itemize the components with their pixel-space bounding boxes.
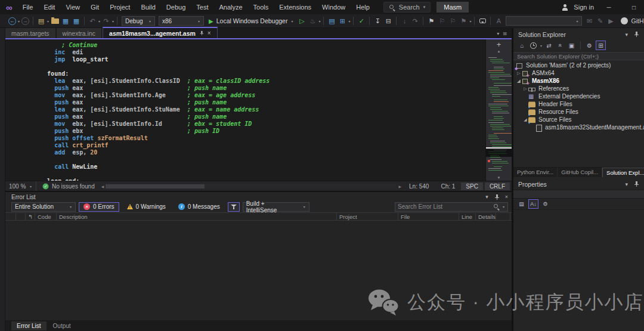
column-header-line[interactable]: Line (459, 213, 476, 220)
pending-changes-filter-icon[interactable] (528, 41, 538, 50)
text-adornment-icon[interactable]: A (494, 16, 503, 26)
edit-icon[interactable]: ✎ (595, 16, 605, 26)
tree-item-resource-files[interactable]: Resource Files (513, 108, 644, 116)
filter-button[interactable] (228, 202, 240, 212)
open-file-icon[interactable] (50, 16, 60, 26)
solution-explorer-sync-icon[interactable]: ▤ (327, 16, 336, 26)
sign-in-button[interactable]: Sign in (574, 4, 594, 11)
issues-label[interactable]: No issues found (52, 183, 95, 190)
tool-tab-solution-expl[interactable]: Solution Expl... (602, 168, 644, 177)
menu-help[interactable]: Help (351, 2, 375, 13)
step-over-icon[interactable]: ↷ (410, 16, 420, 26)
code-editor[interactable]: ; Continue inc edi jmp loop_start found:… (5, 39, 512, 181)
solution-home-icon[interactable]: ⌂ (517, 41, 527, 50)
navigate-backward-icon[interactable]: ← (8, 17, 16, 25)
expander-icon[interactable]: ▷ (522, 86, 528, 91)
window-position-icon[interactable]: ▾ (485, 194, 488, 200)
undo-icon[interactable]: ↶ (88, 16, 97, 26)
tool-tab-python-envir[interactable]: Python Envir... (513, 168, 558, 177)
column-header-project[interactable]: Project (337, 213, 398, 220)
alphabetical-sort-icon[interactable]: A↓ (528, 199, 538, 209)
step-into-icon[interactable]: ↓ (400, 16, 409, 26)
tree-item-references[interactable]: ▷References (513, 85, 644, 92)
tree-item-asmx64[interactable]: ▷ASMx64 (513, 69, 644, 77)
attach-to-process-icon[interactable]: ↧ (373, 16, 382, 26)
chevron-down-icon[interactable]: ▾ (540, 44, 542, 48)
chevron-down-icon[interactable]: ▾ (112, 19, 114, 23)
error-list-search-input[interactable] (398, 203, 491, 210)
scrollbar-thumb[interactable] (106, 184, 205, 188)
menu-file[interactable]: File (17, 2, 39, 13)
menu-edit[interactable]: Edit (38, 2, 60, 13)
menu-analyze[interactable]: Analyze (213, 2, 247, 13)
navigate-forward-icon[interactable]: → (21, 17, 29, 25)
menu-window[interactable]: Window (317, 2, 351, 13)
source-dropdown[interactable]: Build + IntelliSense ▾ (243, 202, 309, 212)
tree-item-asm18masm32studentmanagement-asm[interactable]: asm18masm32StudentManagement.asm (513, 123, 644, 131)
switch-views-icon[interactable]: ⇄ (544, 41, 554, 50)
column-indicator[interactable]: Ch: 1 (441, 183, 455, 190)
minimap-scrollbar[interactable]: + ▲ ▼ (485, 39, 512, 181)
minimap-viewport[interactable] (486, 149, 512, 157)
properties-wrench-icon[interactable]: ⚙ (584, 41, 595, 50)
tree-item-masmx86[interactable]: ◢MasmX86 (513, 77, 644, 85)
breakpoint-window-icon[interactable]: ⊟ (383, 16, 393, 26)
clear-bookmarks-icon[interactable]: ⚑ (459, 16, 468, 26)
menu-git[interactable]: Git (85, 2, 104, 13)
scroll-up-icon[interactable]: ▲ (486, 50, 512, 53)
start-debugging-button[interactable]: ▶Local Windows Debugger▾ (206, 17, 296, 24)
continue-icon[interactable]: ▶ (606, 16, 615, 26)
next-bookmark-icon[interactable]: ⚐ (448, 16, 457, 26)
save-all-icon[interactable]: ▦ (72, 16, 81, 26)
column-header-blank[interactable] (16, 213, 26, 220)
column-header-blank[interactable] (496, 213, 510, 220)
space-mode-indicator[interactable]: SPC (461, 182, 483, 190)
categorized-icon[interactable]: ▤ (516, 199, 527, 209)
document-tab[interactable]: masm.targets (5, 28, 55, 38)
save-icon[interactable]: ▦ (61, 16, 70, 26)
tab-list-icon[interactable]: ▾ (497, 31, 499, 36)
show-all-files-icon[interactable]: ▣ (566, 41, 577, 50)
close-icon[interactable]: × (208, 30, 211, 36)
properties-window-icon[interactable]: ⊞ (338, 16, 347, 26)
split-editor-handle[interactable]: + (486, 41, 512, 48)
tree-item-header-files[interactable]: Header Files (513, 100, 644, 108)
run-code-analysis-icon[interactable]: ✓ (357, 16, 366, 26)
tree-item-external-dependencies[interactable]: ▦External Dependencies (513, 92, 644, 100)
collapse-all-icon[interactable]: « (556, 41, 565, 51)
messages-filter-button[interactable]: i 0 Messages (174, 202, 225, 212)
pin-icon[interactable] (633, 181, 639, 187)
column-header-code[interactable]: Code (35, 213, 57, 220)
chevron-down-icon[interactable]: ▾ (318, 19, 320, 23)
tree-item-solution-masm-2-of-2-projects[interactable]: Solution 'Masm' (2 of 2 projects) (513, 61, 644, 69)
column-header-details[interactable]: Details (476, 213, 496, 220)
property-pages-icon[interactable]: ⚙ (540, 199, 550, 209)
error-list-search-box[interactable]: ▾ (395, 202, 508, 212)
column-header-description[interactable]: Description (57, 213, 337, 220)
column-header-↰[interactable]: ↰ (26, 213, 35, 220)
scroll-left-icon[interactable]: ◀ (100, 184, 106, 188)
chevron-down-icon[interactable]: ▾ (469, 19, 471, 23)
new-project-icon[interactable]: ▤ (36, 16, 46, 26)
tool-tab-github-copil[interactable]: GitHub Copil... (558, 168, 602, 177)
properties-object-dropdown[interactable] (513, 190, 644, 199)
menu-project[interactable]: Project (104, 2, 135, 13)
solution-explorer-search-input[interactable] (513, 53, 644, 60)
horizontal-scrollbar[interactable] (106, 184, 397, 189)
preview-selected-items-icon[interactable]: ⊞ (596, 41, 606, 50)
text-filter-combobox[interactable]: ▾ (506, 16, 582, 26)
scroll-right-icon[interactable]: ▶ (397, 184, 403, 188)
health-check-icon[interactable]: ✓ (43, 183, 49, 189)
toggle-bookmark-icon[interactable]: ⚑ (426, 16, 436, 26)
scope-dropdown[interactable]: Entire Solution ▾ (11, 202, 76, 212)
menu-debug[interactable]: Debug (161, 2, 191, 13)
chevron-down-icon[interactable]: ▾ (348, 19, 350, 23)
github-copilot-button[interactable]: GitHub Co (621, 17, 644, 24)
menu-tools[interactable]: Tools (248, 2, 274, 13)
maximize-button[interactable]: □ (624, 2, 644, 13)
close-icon[interactable]: × (505, 194, 508, 200)
chevron-down-icon[interactable]: ▾ (47, 19, 49, 23)
scroll-down-icon[interactable]: ▼ (486, 176, 512, 180)
errors-filter-button[interactable]: × 0 Errors (79, 202, 119, 212)
menu-test[interactable]: Test (191, 2, 213, 13)
